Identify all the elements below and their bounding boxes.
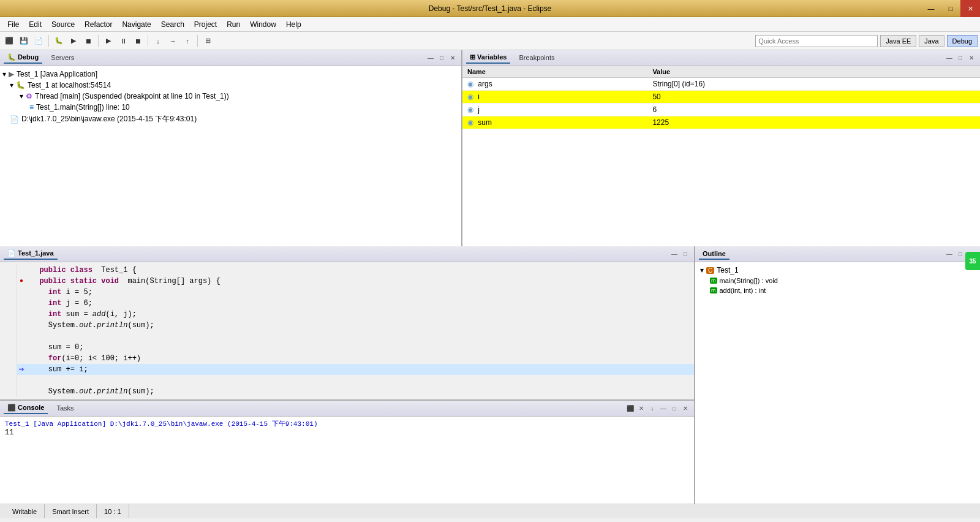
toolbar-open-perspective-btn[interactable]: ⊞ [201,34,214,48]
debug-maximize-btn[interactable]: □ [437,53,447,63]
menu-help[interactable]: Help [281,18,306,31]
perspective-debug-btn[interactable]: Debug [947,35,978,47]
toolbar-new-btn[interactable]: ⬛ [2,34,16,48]
perspective-javaee-btn[interactable]: Java EE [880,35,916,47]
editor-tab[interactable]: 📄 Test_1.java [4,248,58,260]
title-bar: Debug - Test/src/Test_1.java - Eclipse —… [0,0,980,17]
menu-bar: File Edit Source Refactor Navigate Searc… [0,17,980,32]
outline-method-add[interactable]: m add(int, int) : int [698,286,978,295]
editor-maximize-btn[interactable]: □ [680,249,690,259]
menu-file[interactable]: File [2,18,24,31]
process-icon: 📄 [10,115,19,124]
minimize-button[interactable]: — [921,0,941,17]
outline-method-main[interactable]: m main(String[]) : void [698,276,978,286]
vars-maximize-btn[interactable]: □ [956,53,965,63]
outline-minimize-btn[interactable]: — [944,249,954,259]
console-scroll-btn[interactable]: ↓ [647,404,657,414]
console-panel-controls: ⬛ ✕ ↓ — □ ✕ [625,404,690,414]
editor-icon: 📄 [7,249,16,257]
line-code-3: int i = 5; [26,287,694,298]
debug-tab[interactable]: 🐛 Debug [4,52,42,64]
var-row-sum[interactable]: ◉ sum 1225 [462,116,980,129]
close-button[interactable]: ✕ [960,0,980,17]
menu-refactor[interactable]: Refactor [80,18,117,31]
perspective-java-btn[interactable]: Java [919,35,944,47]
toolbar-step-into-btn[interactable]: ↓ [151,34,165,48]
toolbar-stop-btn[interactable]: ⏹ [81,34,95,48]
toolbar-save-btn[interactable]: 💾 [17,34,31,48]
toolbar-sep-1 [48,35,49,47]
code-line-3: int i = 5; [0,287,694,298]
debug-minimize-btn[interactable]: — [426,53,435,63]
code-area[interactable]: public class Test_1 { ● public static vo… [0,262,694,399]
tree-item-app[interactable]: ▾ ▶ Test_1 [Java Application] [0,69,461,80]
toolbar-step-over-btn[interactable]: → [166,34,179,48]
toolbar-suspend-btn[interactable]: ⏸ [116,34,130,48]
menu-source[interactable]: Source [47,18,80,31]
toolbar-step-return-btn[interactable]: ↑ [181,34,194,48]
var-row-args[interactable]: ◉ args String[0] (id=16) [462,78,980,91]
menu-edit[interactable]: Edit [24,18,47,31]
editor-minimize-btn[interactable]: — [669,249,679,259]
console-stop-btn[interactable]: ⬛ [625,404,635,414]
toolbar-sep-3 [148,35,148,47]
breakpoints-tab[interactable]: Breakpoints [515,53,558,64]
console-maximize-btn[interactable]: □ [669,404,679,414]
console-output: 11 [5,428,689,437]
debug-arrow-icon: ⇒ [19,364,24,375]
toolbar-run-btn[interactable]: ▶ [67,34,80,48]
outline-tab[interactable]: Outline [699,249,729,260]
toolbar-terminate-btn[interactable]: ⏹ [131,34,145,48]
thread-icon: ⚙ [26,92,32,100]
variables-tab[interactable]: ⊞ Variables [466,52,510,64]
var-row-j[interactable]: ◉ j 6 [462,104,980,116]
tree-item-javaw[interactable]: 📄 D:\jdk1.7.0_25\bin\javaw.exe (2015-4-1… [0,113,461,126]
tree-item-thread[interactable]: ▾ ⚙ Thread [main] (Suspended (breakpoint… [0,91,461,102]
line-gutter-6 [0,320,17,331]
debug-close-btn[interactable]: ✕ [448,53,458,63]
console-close-btn[interactable]: ✕ [680,404,690,414]
quick-access-input[interactable] [755,35,878,47]
menu-window[interactable]: Window [245,18,281,31]
outline-class[interactable]: ▾ C Test_1 [698,265,978,276]
line-code-9: for(i=0; i< 100; i++) [26,353,694,364]
tasks-tab[interactable]: Tasks [53,403,77,414]
menu-run[interactable]: Run [222,18,245,31]
code-line-6: System.out.println(sum); [0,320,694,331]
line-gutter-8 [0,342,17,353]
toolbar-debug-btn[interactable]: 🐛 [52,34,66,48]
menu-navigate[interactable]: Navigate [117,18,156,31]
debug-panel-controls: — □ ✕ [426,53,458,63]
line-gutter-5 [0,309,17,320]
line-marker-6 [17,320,26,331]
toolbar-resume-btn[interactable]: ▶ [102,34,115,48]
line-marker-2: ● [17,276,26,287]
vars-minimize-btn[interactable]: — [944,53,954,63]
expand-icon-3: ▾ [20,92,23,100]
editor-section: 📄 Test_1.java — □ public class Test_1 { [0,246,694,399]
outline-maximize-btn[interactable]: □ [956,249,965,259]
debug-tree: ▾ ▶ Test_1 [Java Application] ▾ 🐛 Test_1… [0,66,461,246]
var-icon-sum: ◉ [467,118,473,127]
menu-project[interactable]: Project [189,18,222,31]
col-name: Name [462,66,647,78]
col-value: Value [647,66,980,78]
expand-icon: ▾ [2,70,6,78]
tree-item-process[interactable]: ▾ 🐛 Test_1 at localhost:54514 [0,80,461,91]
code-line-1: public class Test_1 { [0,265,694,276]
frame-icon: ≡ [29,103,34,112]
vars-close-btn[interactable]: ✕ [967,53,976,63]
maximize-button[interactable]: □ [941,0,960,17]
code-line-10: ⇒ sum += i; [0,364,694,375]
console-minimize-btn[interactable]: — [658,404,668,414]
green-side-btn[interactable]: 35 [965,252,980,270]
toolbar-save-all-btn[interactable]: 📄 [32,34,45,48]
servers-tab[interactable]: Servers [47,53,78,64]
var-row-i[interactable]: ◉ i 50 [462,91,980,104]
line-marker-10: ⇒ [17,364,26,375]
tree-item-frame[interactable]: ≡ Test_1.main(String[]) line: 10 [0,102,461,113]
menu-search[interactable]: Search [156,18,189,31]
console-clear-btn[interactable]: ✕ [636,404,646,414]
console-tab[interactable]: ⬛ Console [4,403,48,414]
var-name-sum: ◉ sum [462,116,647,129]
